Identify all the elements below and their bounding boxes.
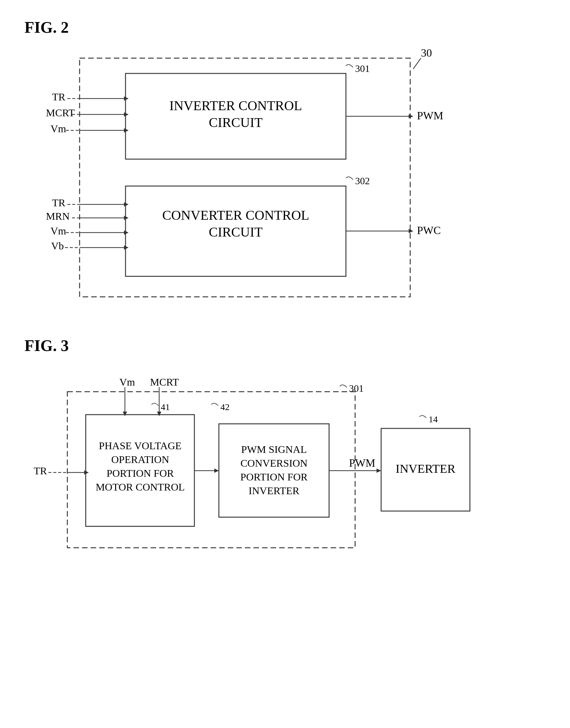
fig3-label-14: 14 [429, 414, 438, 424]
svg-marker-11 [124, 128, 128, 132]
pwm-conv-text-1: PWM SIGNAL [241, 444, 307, 455]
svg-marker-23 [124, 231, 128, 235]
converter-circuit-text-line1: CONVERTER CONTROL [162, 208, 309, 223]
svg-marker-17 [124, 202, 128, 207]
conv-output-pwc: PWC [417, 224, 441, 237]
fig3-inverter-text: INVERTER [395, 462, 456, 475]
svg-marker-33 [157, 412, 161, 416]
svg-line-1 [413, 58, 421, 69]
label-30: 30 [421, 47, 432, 59]
conv-input-mrn: MRN [46, 211, 69, 222]
svg-marker-26 [124, 246, 128, 250]
label-301: 301 [355, 63, 370, 74]
phase-text-4: MOTOR CONTROL [95, 481, 185, 493]
svg-marker-43 [376, 468, 381, 473]
conv-input-tr: TR [52, 197, 65, 209]
pwm-conv-text-3: PORTION FOR [240, 471, 308, 482]
fig3-title: FIG. 3 [24, 337, 68, 355]
inverter-circuit-text-line2: CIRCUIT [209, 115, 263, 130]
fig3-input-vm: Vm [119, 376, 135, 388]
svg-marker-5 [124, 96, 128, 101]
svg-marker-13 [409, 114, 413, 118]
fig3-label-301: 301 [349, 383, 364, 394]
fig3-input-mcrt: MCRT [150, 376, 179, 388]
phase-text-1: PHASE VOLTAGE [99, 440, 182, 451]
svg-rect-40 [219, 424, 329, 517]
svg-marker-8 [124, 112, 128, 116]
label-302: 302 [355, 175, 370, 187]
inv-input-vm: Vm [50, 123, 66, 134]
inv-input-mcrt: MCRT [46, 107, 75, 118]
fig2-diagram: 30 301 INVERTER CONTROL CIRCUIT TR MCRT … [24, 43, 539, 309]
inverter-circuit-text-line1: INVERTER CONTROL [169, 98, 302, 113]
pwm-conv-text-2: CONVERSION [240, 457, 307, 469]
fig3-pwm-label: PWM [349, 457, 375, 469]
fig2-title: FIG. 2 [24, 18, 68, 36]
fig3-label-41: 41 [161, 402, 170, 412]
conv-input-vm: Vm [50, 225, 66, 237]
fig3-svg: 301 Vm MCRT 41 PHASE VOLTAGE OPERATION P… [24, 367, 545, 582]
svg-marker-20 [124, 216, 128, 220]
converter-circuit-text-line2: CIRCUIT [209, 225, 263, 240]
svg-marker-39 [214, 468, 219, 473]
fig3-label-42: 42 [220, 402, 230, 412]
svg-marker-37 [84, 470, 89, 475]
inv-input-tr: TR [52, 91, 65, 102]
svg-marker-31 [123, 412, 127, 416]
fig2-svg: 30 301 INVERTER CONTROL CIRCUIT TR MCRT … [24, 43, 530, 306]
phase-text-2: OPERATION [111, 454, 169, 465]
conv-input-vb: Vb [51, 240, 64, 252]
inv-output-pwm: PWM [417, 109, 443, 122]
pwm-conv-text-4: INVERTER [249, 485, 299, 496]
phase-text-3: PORTION FOR [106, 467, 174, 479]
fig3-diagram: 301 Vm MCRT 41 PHASE VOLTAGE OPERATION P… [24, 367, 545, 582]
fig3-input-tr: TR [34, 465, 47, 476]
svg-marker-28 [409, 229, 413, 233]
